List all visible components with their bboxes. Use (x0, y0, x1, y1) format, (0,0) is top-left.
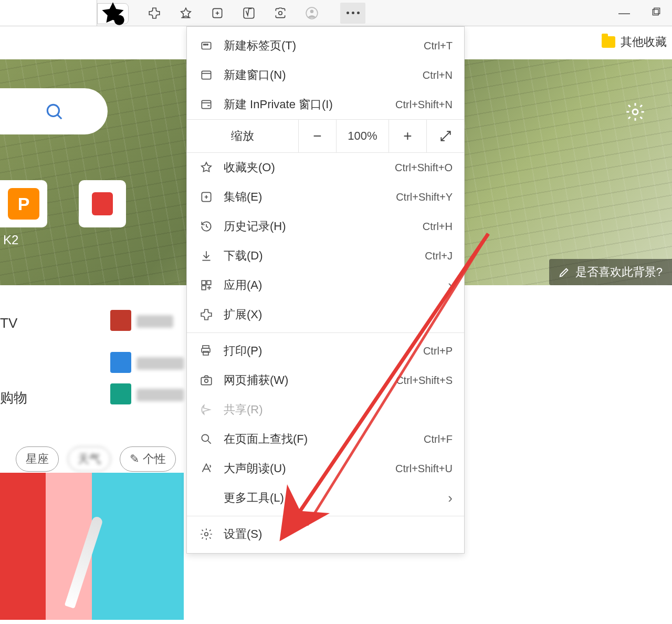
favorites-add-icon[interactable] (177, 5, 194, 22)
menu-new-tab[interactable]: 新建标签页(T) Ctrl+T (187, 31, 464, 60)
pill-star[interactable]: 星座 (16, 446, 59, 472)
other-favorites-link[interactable]: 其他收藏 (621, 34, 667, 50)
zoom-in-button[interactable]: + (388, 119, 426, 153)
zoom-label: 缩放 (187, 128, 298, 144)
address-bar-left[interactable] (0, 0, 97, 26)
star-icon (198, 160, 214, 175)
svg-rect-21 (202, 286, 206, 290)
quick-link-tile[interactable]: P (0, 180, 47, 227)
inprivate-icon (198, 97, 214, 112)
svg-point-10 (47, 105, 59, 116)
menu-history[interactable]: 历史记录(H) Ctrl+H (187, 212, 464, 241)
tile-label: K2 (0, 233, 18, 247)
more-menu-button[interactable] (340, 3, 365, 24)
menu-print[interactable]: 打印(P) Ctrl+P (187, 336, 464, 366)
svg-point-15 (207, 44, 208, 45)
maximize-button[interactable] (651, 6, 662, 20)
menu-more-tools[interactable]: 更多工具(L) › (187, 483, 464, 513)
svg-point-28 (205, 533, 208, 536)
menu-collections[interactable]: 集锦(E) Ctrl+Shift+Y (187, 182, 464, 212)
collections-icon (198, 189, 214, 205)
svg-point-26 (205, 379, 208, 383)
zoom-value: 100% (336, 119, 388, 153)
bookmarks-bar: 其他收藏 (596, 32, 672, 53)
svg-point-13 (204, 44, 205, 45)
chevron-right-icon: › (448, 490, 453, 506)
menu-settings[interactable]: 设置(S) (187, 519, 464, 549)
svg-rect-16 (202, 71, 211, 79)
quick-link-tile[interactable] (79, 180, 126, 227)
print-icon (198, 343, 214, 359)
svg-rect-25 (201, 378, 212, 385)
folder-icon (602, 36, 615, 48)
svg-rect-17 (202, 100, 211, 108)
apps-icon (198, 277, 214, 293)
new-tab-icon (198, 38, 214, 54)
read-aloud-icon (198, 461, 214, 476)
menu-share: 共享(R) (187, 395, 464, 424)
puzzle-icon (198, 307, 214, 323)
search-icon (44, 101, 64, 121)
svg-rect-20 (207, 280, 211, 285)
menu-read-aloud[interactable]: 大声朗读(U) Ctrl+Shift+U (187, 454, 464, 483)
camera-icon (198, 372, 214, 388)
menu-find[interactable]: 在页面上查找(F) Ctrl+F (187, 424, 464, 454)
math-icon[interactable] (240, 5, 257, 22)
share-icon (198, 402, 214, 418)
fullscreen-button[interactable] (426, 119, 464, 153)
menu-web-capture[interactable]: 网页捕获(W) Ctrl+Shift+S (187, 366, 464, 395)
background-feedback[interactable]: 是否喜欢此背景? (549, 259, 672, 285)
like-bg-label: 是否喜欢此背景? (575, 264, 663, 280)
menu-zoom-row: 缩放 − 100% + (187, 119, 464, 153)
svg-rect-19 (202, 280, 206, 285)
menu-favorites[interactable]: 收藏夹(O) Ctrl+Shift+O (187, 153, 464, 182)
gear-icon (625, 101, 646, 122)
browser-toolbar: — (0, 0, 672, 26)
section-shopping[interactable]: 购物 (0, 389, 27, 407)
pill-blur[interactable]: 天气 (68, 446, 111, 472)
section-tv[interactable]: TV (0, 315, 17, 331)
search-box[interactable] (0, 88, 108, 134)
svg-rect-8 (654, 8, 660, 14)
edit-icon (559, 266, 570, 278)
svg-point-5 (279, 11, 282, 15)
minimize-button[interactable]: — (618, 6, 630, 20)
ellipsis-icon (346, 12, 360, 14)
svg-point-14 (205, 44, 206, 45)
menu-downloads[interactable]: 下载(D) Ctrl+J (187, 241, 464, 271)
pill-personal[interactable]: ✎ 个性 (120, 446, 175, 472)
svg-rect-9 (653, 9, 658, 15)
topic-pills: 星座 天气 ✎ 个性 (16, 446, 181, 472)
window-controls: — (618, 6, 662, 20)
chevron-right-icon: › (448, 277, 453, 294)
window-icon (198, 67, 214, 83)
menu-new-window[interactable]: 新建窗口(N) Ctrl+N (187, 60, 464, 90)
extensions-icon[interactable] (146, 5, 163, 22)
history-icon (198, 219, 214, 234)
svg-point-11 (633, 109, 638, 115)
menu-extensions[interactable]: 扩展(X) (187, 300, 464, 329)
collections-icon[interactable] (209, 5, 226, 22)
download-icon (198, 248, 214, 264)
svg-point-27 (202, 434, 208, 441)
svg-point-0 (114, 15, 124, 25)
settings-menu: 新建标签页(T) Ctrl+T 新建窗口(N) Ctrl+N 新建 InPriv… (186, 26, 465, 554)
zoom-out-button[interactable]: − (298, 119, 336, 153)
page-settings-button[interactable] (625, 101, 651, 128)
screenshot-icon[interactable] (272, 5, 289, 22)
menu-new-inprivate[interactable]: 新建 InPrivate 窗口(I) Ctrl+Shift+N (187, 90, 464, 119)
gear-icon (198, 526, 214, 542)
bookmark-star-button[interactable] (97, 3, 129, 24)
find-icon (198, 431, 214, 447)
svg-rect-12 (202, 43, 211, 49)
svg-point-7 (310, 9, 314, 13)
menu-apps[interactable]: 应用(A) › (187, 271, 464, 300)
svg-rect-24 (203, 351, 208, 355)
profile-icon[interactable] (303, 5, 320, 22)
